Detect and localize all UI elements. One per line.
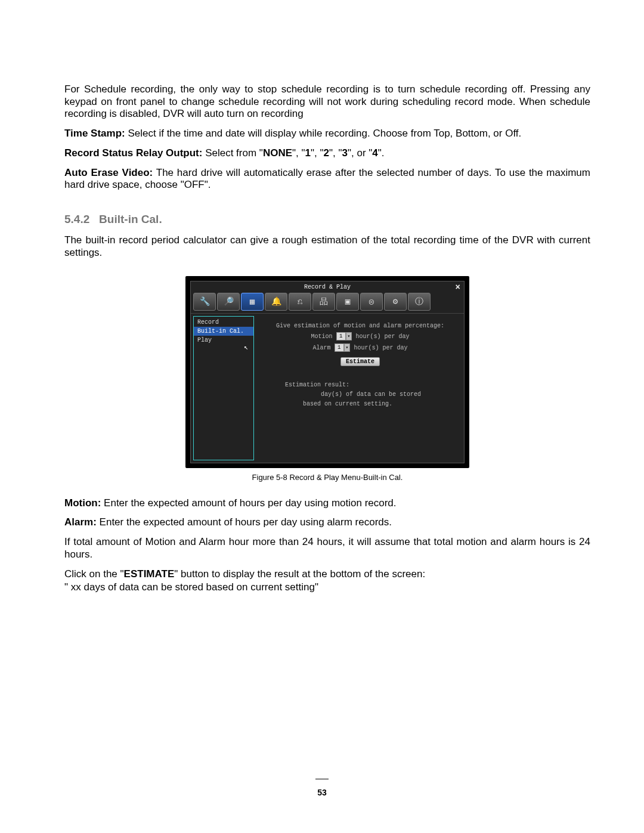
alarm-unit: hour(s) per day — [354, 344, 407, 351]
intro-paragraph: For Schedule recording, the only way to … — [64, 83, 590, 120]
time-stamp-label: Time Stamp: — [64, 128, 125, 139]
estimate-button[interactable]: Estimate — [340, 357, 380, 366]
dialog-window: Record & Play × 🔧🔎▦🔔⎌品▣◎⚙ⓘ RecordBuilt-i… — [190, 281, 465, 463]
estimate-label-text: ESTIMATE — [124, 568, 175, 580]
section-number: 5.4.2 — [64, 213, 89, 225]
toolbar-button-1[interactable]: 🔎 — [217, 293, 240, 311]
time-stamp-line: Time Stamp: Select if the time and date … — [64, 128, 590, 140]
section-intro: The built-in record period calculator ca… — [64, 234, 590, 259]
toolbar-button-8[interactable]: ⚙ — [384, 293, 407, 311]
motion-desc-text: Enter the expected amount of hours per d… — [101, 497, 396, 509]
result-block: Estimation result: day(s) of data can be… — [261, 380, 459, 409]
section-heading: 5.4.2 Built-in Cal. — [64, 213, 590, 226]
result-line-3: based on current setting. — [285, 400, 459, 409]
toolbar-button-0[interactable]: 🔧 — [193, 293, 216, 311]
click-pre: Click on the " — [64, 568, 124, 580]
alarm-value-input[interactable]: 1 — [335, 343, 344, 352]
motion-label: Motion — [311, 333, 333, 339]
toolbar: 🔧🔎▦🔔⎌品▣◎⚙ⓘ — [191, 292, 464, 314]
overflow-note: If total amount of Motion and Alarm hour… — [64, 536, 590, 561]
auto-erase-line: Auto Erase Video: The hard drive will au… — [64, 167, 590, 191]
alarm-desc: Alarm: Enter the expected amount of hour… — [64, 516, 590, 529]
quote-line: " xx days of data can be stored based on… — [64, 581, 590, 594]
figure-caption: Figure 5-8 Record & Play Menu-Built-in C… — [64, 473, 590, 482]
auto-erase-label: Auto Erase Video: — [64, 167, 153, 178]
toolbar-button-4[interactable]: ⎌ — [289, 293, 311, 311]
sidebar-item-record[interactable]: Record — [194, 318, 253, 327]
screenshot-container: Record & Play × 🔧🔎▦🔔⎌品▣◎⚙ⓘ RecordBuilt-i… — [185, 276, 469, 468]
sidebar-item-built-in-cal-[interactable]: Built-in Cal. — [194, 327, 253, 336]
window-titlebar: Record & Play × — [191, 281, 464, 292]
click-post: " button to display the result at the bo… — [174, 568, 425, 580]
content-panel: Give estimation of motion and alarm perc… — [256, 314, 464, 463]
sidebar: RecordBuilt-in Cal.Play↖ — [193, 316, 254, 460]
section-title: Built-in Cal. — [99, 213, 162, 225]
relay-label: Record Status Relay Output: — [64, 147, 202, 159]
toolbar-button-3[interactable]: 🔔 — [265, 293, 287, 311]
close-icon[interactable]: × — [456, 283, 460, 292]
result-line-2: day(s) of data can be stored — [285, 390, 459, 400]
motion-desc: Motion: Enter the expected amount of hou… — [64, 497, 590, 510]
estimate-instruction: Click on the "ESTIMATE" button to displa… — [64, 568, 590, 581]
toolbar-button-6[interactable]: ▣ — [336, 293, 359, 311]
content-heading: Give estimation of motion and alarm perc… — [261, 323, 459, 329]
relay-line: Record Status Relay Output: Select from … — [64, 147, 590, 160]
alarm-dropdown-icon[interactable]: ▾ — [344, 343, 351, 352]
alarm-label: Alarm — [313, 344, 331, 351]
page-number: 53 — [317, 788, 327, 797]
motion-desc-label: Motion: — [64, 497, 101, 509]
result-heading: Estimation result: — [285, 380, 459, 390]
motion-value-input[interactable]: 1 — [336, 332, 346, 340]
alarm-row: Alarm 1▾ hour(s) per day — [261, 343, 459, 352]
page-number-block: 53 — [0, 778, 644, 797]
window-title: Record & Play — [304, 284, 351, 290]
motion-row: Motion 1▾ hour(s) per day — [261, 332, 459, 340]
toolbar-button-2[interactable]: ▦ — [241, 293, 264, 311]
toolbar-button-9[interactable]: ⓘ — [408, 293, 431, 311]
motion-unit: hour(s) per day — [355, 333, 409, 339]
toolbar-button-7[interactable]: ◎ — [360, 293, 383, 311]
toolbar-button-5[interactable]: 品 — [312, 293, 335, 311]
alarm-desc-label: Alarm: — [64, 516, 97, 528]
alarm-desc-text: Enter the expected amount of hours per d… — [97, 516, 392, 528]
motion-dropdown-icon[interactable]: ▾ — [346, 332, 352, 340]
time-stamp-text: Select if the time and date will display… — [125, 128, 522, 139]
cursor-icon: ↖ — [244, 343, 248, 352]
